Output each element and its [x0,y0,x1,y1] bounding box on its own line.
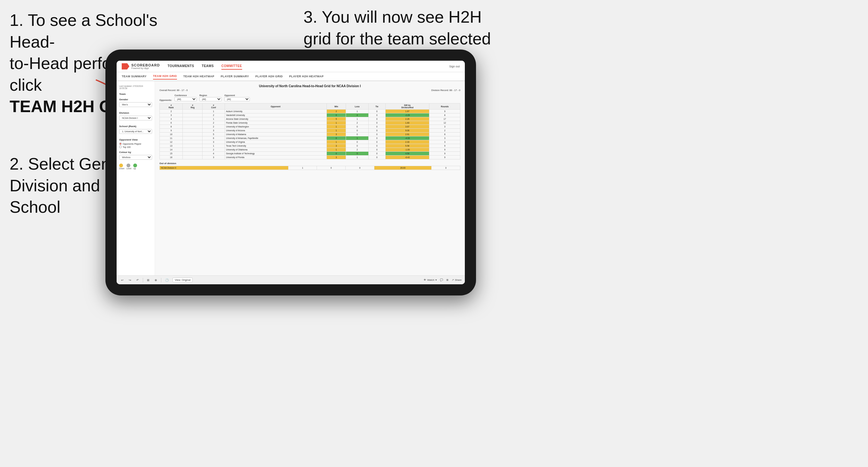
logo-sub: Powered by clippi [131,67,160,69]
col-conf: #Conf [203,103,225,110]
subnav-team-summary[interactable]: TEAM SUMMARY [122,73,147,79]
overall-record: Overall Record: 89 - 17 - 0 [159,89,188,92]
subnav-player-summary[interactable]: PLAYER SUMMARY [221,73,249,79]
view-original[interactable]: View: Original [173,278,193,282]
redo-btn[interactable]: ↪ [127,278,132,282]
clock-btn[interactable]: 🕐 [164,278,170,282]
col-opponent: Opponent [225,103,327,110]
sub-nav: TEAM SUMMARY TEAM H2H GRID TEAM H2H HEAT… [117,72,465,81]
watch-btn[interactable]: 👁 Watch ▾ [424,279,436,281]
table-row: 3 2 Vanderbilt University 0 4 0 -2.29 8 [160,114,460,117]
gender-select[interactable]: Men's [119,102,152,107]
table-body: 2 1 Auburn University 2 1 0 1.67 9 3 2 V… [160,110,460,159]
division-record: Division Record: 88 - 17 - 0 [431,89,460,92]
team-label: Team [119,93,152,95]
crop-btn[interactable]: ⊞ [146,278,151,282]
toolbar-right: 👁 Watch ▾ 💬 ⊞ ↗ Share [424,279,462,281]
grid-btn[interactable]: ⊞ [446,279,448,281]
separator-2 [161,278,161,282]
nav-items: TOURNAMENTS TEAMS COMMITTEE [167,63,449,70]
radio-opponents-played[interactable]: Opponents Played [119,143,152,145]
ann1-line1: 1. To see a School's Head- [9,11,157,51]
col-rounds: Rounds [429,103,460,110]
ann2-line3: School [9,198,60,216]
col-loss: Loss [346,103,368,110]
grid-title: University of North Carolina Head-to-Hea… [159,84,460,88]
main-area: University of North Carolina Head-to-Hea… [155,81,465,275]
undo-btn[interactable]: ↩ [120,278,125,282]
table-row: 9 3 University of Arizona 1 0 0 9.00 2 [160,129,460,132]
ood-division: NCAA Division II [160,166,288,170]
col-rank: #Rank [160,103,183,110]
col-diff: Diff AvStrokes/Rnd [385,103,429,110]
sign-out[interactable]: Sign out [449,65,460,68]
ood-rounds: 3 [432,166,460,170]
ood-loss: 0 [317,166,346,170]
school-select[interactable]: 1. University of Nort... [119,129,152,134]
zoom-btn[interactable]: ⊕ [153,278,158,282]
col-tie: Tie [368,103,385,110]
subnav-player-h2h-heatmap[interactable]: PLAYER H2H HEATMAP [289,73,323,79]
table-row: 14 2 University of Oklahoma 1 2 0 -1.00 … [160,148,460,152]
out-of-division-row: NCAA Division II 1 0 0 26.00 3 [160,166,460,170]
h2h-table: #Rank #Reg #Conf Opponent Win Loss Tie D… [159,103,460,159]
conf-filter-label: Conference [175,94,197,96]
ood-diff: 26.00 [374,166,432,170]
tablet-device: SCOREBOARD Powered by clippi TOURNAMENTS… [105,50,476,295]
colour-legend: Down Level Up [119,163,152,169]
filter-row: Opponents: Conference (All) Region (All) [159,94,460,101]
nav-committee[interactable]: COMMITTEE [221,63,242,70]
school-label: School (Rank) [119,125,152,128]
subnav-team-h2h-grid[interactable]: TEAM H2H GRID [153,73,177,80]
nav-tournaments[interactable]: TOURNAMENTS [167,63,194,70]
logo-text: SCOREBOARD [131,63,160,67]
table-row: 4 1 Arizona State University 5 1 0 2.29 … [160,117,460,121]
subnav-team-h2h-heatmap[interactable]: TEAM H2H HEATMAP [183,73,214,79]
grid-records: Overall Record: 89 - 17 - 0 Division Rec… [159,89,460,92]
radio-dot-2 [119,146,122,148]
table-row: 10 5 University of Alabama 3 0 0 2.61 8 [160,132,460,136]
opponents-label: Opponents: [159,99,172,101]
table-row: 13 1 Texas Tech University 3 0 0 5.56 9 [160,144,460,148]
annotation-3: 3. You will now see H2H grid for the tea… [304,6,521,50]
share-btn[interactable]: ↗ Share [452,279,462,281]
out-of-division: Out of division NCAA Division II 1 0 0 2… [159,162,460,170]
sidebar: Last Updated: 27/03/2024 16:55:38 Team G… [117,81,155,275]
division-select[interactable]: NCAA Division I [119,116,152,120]
ood-tie: 0 [346,166,374,170]
table-row: 11 6 University of Arkansas, Fayettevill… [160,136,460,140]
toolbar: ↩ ↪ ↶ ⊞ ⊕ 🕐 View: Original 👁 Watch ▾ 💬 ⊞… [117,275,465,284]
legend-down-dot [119,163,123,167]
subnav-player-h2h-grid[interactable]: PLAYER H2H GRID [255,73,283,79]
out-of-division-table: NCAA Division II 1 0 0 26.00 3 [159,166,460,170]
opponent-view-label: Opponent View [119,138,152,141]
ood-win: 1 [288,166,317,170]
opponent-filter-select[interactable]: (All) [224,97,250,101]
table-header: #Rank #Reg #Conf Opponent Win Loss Tie D… [160,103,460,110]
region-filter: Region (All) [199,94,222,101]
ann3-line2: grid for the team selected [304,29,491,48]
col-reg: #Reg [183,103,203,110]
opponent-view-radio: Opponents Played Top 100 [119,143,152,148]
legend-up-label: Up [133,167,137,169]
legend-down-label: Down [119,167,125,169]
region-filter-select[interactable]: (All) [199,97,222,101]
conf-filter-select[interactable]: (All) [175,97,197,101]
opponent-filter-label: Opponent [224,94,250,96]
division-label: Division [119,112,152,114]
radio-top100[interactable]: Top 100 [119,146,152,148]
col-win: Win [327,103,346,110]
legend-level-label: Level [126,167,132,169]
timestamp: Last Updated: 27/03/2024 16:55:38 [119,85,152,89]
table-row: 16 3 University of Florida 3 1 0 -6.42 9 [160,156,460,159]
region-filter-label: Region [199,94,222,96]
back-btn[interactable]: ↶ [135,278,140,282]
nav-teams[interactable]: TEAMS [202,63,214,70]
colour-select[interactable]: Win/loss [119,155,152,160]
ann2-line2: Division and [9,176,100,195]
table-row: 15 4 Georgia Institute of Technology 0 5… [160,152,460,156]
table-row: 8 2 University of Washington 1 0 0 3.67 … [160,125,460,129]
comment-btn[interactable]: 💬 [440,279,443,281]
legend-level-dot [126,163,130,167]
logo: SCOREBOARD Powered by clippi [122,63,160,70]
